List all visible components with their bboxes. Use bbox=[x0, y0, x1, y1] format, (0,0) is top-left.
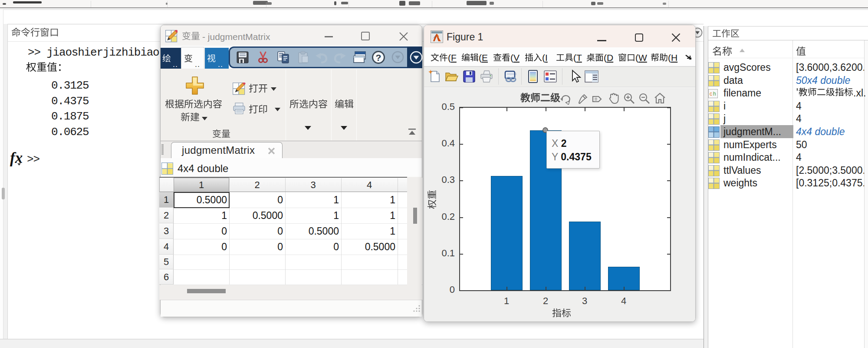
svg-text:h: h bbox=[713, 91, 716, 97]
svg-text:?: ? bbox=[376, 53, 381, 63]
svg-text:c: c bbox=[710, 91, 712, 97]
